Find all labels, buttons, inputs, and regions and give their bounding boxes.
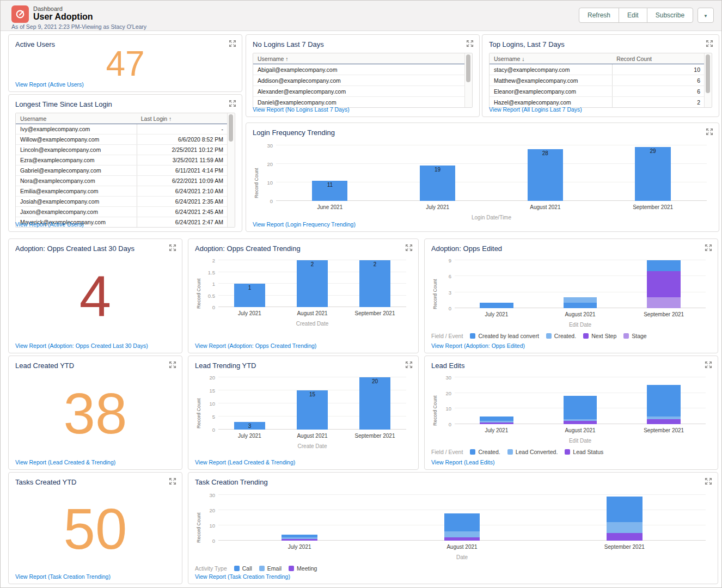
column-header-username[interactable]: Username [16, 115, 137, 122]
legend-item-meeting[interactable]: Meeting [289, 565, 317, 572]
legend-item-call[interactable]: Call [234, 565, 252, 572]
column-header-username[interactable]: Username ↑ [253, 56, 465, 62]
view-report-link[interactable]: View Report (Lead Edits) [431, 459, 495, 465]
bar-july-2021[interactable]: 1 [234, 284, 266, 307]
bar-segment-call[interactable] [607, 497, 643, 523]
legend-item-created[interactable]: Created. [546, 333, 576, 339]
legend-item-email[interactable]: Email [259, 565, 282, 572]
table-row[interactable]: Willow@examplecompany.com6/6/2020 8:52 P… [16, 134, 228, 145]
table-row[interactable]: Ezra@examplecompany.com3/25/2021 11:59 A… [16, 155, 228, 166]
table-row[interactable]: Alexander@examplecompany.com [253, 86, 465, 97]
expand-icon[interactable] [405, 244, 413, 252]
bar-september-2021[interactable] [607, 497, 643, 541]
bar-august-2021[interactable] [564, 396, 597, 424]
bar-august-2021[interactable]: 15 [297, 390, 328, 430]
expand-icon[interactable] [169, 477, 176, 485]
bar-segment-next-step[interactable] [647, 271, 680, 298]
table-row[interactable]: Nora@examplecompany.com6/22/2021 10:09 A… [16, 176, 228, 186]
scrollbar[interactable] [704, 53, 712, 107]
expand-icon[interactable] [405, 361, 413, 369]
bar-segment-created[interactable] [480, 416, 513, 421]
legend-item-created[interactable]: Created. [470, 449, 500, 455]
more-actions-button[interactable]: ▼ [697, 8, 714, 23]
expand-icon[interactable] [705, 477, 712, 485]
bar-september-2021[interactable] [647, 385, 680, 424]
bar-august-2021[interactable] [444, 513, 480, 541]
view-report-link[interactable]: View Report (No Logins Lasst 7 Days) [253, 106, 350, 113]
bar-segment-lead-status[interactable] [480, 422, 513, 424]
expand-icon[interactable] [706, 40, 713, 47]
table-row[interactable]: Matthew@examplecompany.com6 [490, 75, 705, 86]
legend-item-lead-converted[interactable]: Lead Converted. [507, 449, 558, 455]
table-row[interactable]: Addison@examplecompany.com [253, 75, 465, 86]
bar-segment-meeting[interactable] [444, 537, 480, 541]
expand-icon[interactable] [229, 40, 236, 47]
legend-item-stage[interactable]: Stage [623, 333, 646, 339]
scrollbar-thumb[interactable] [706, 54, 710, 93]
edit-button[interactable]: Edit [619, 8, 647, 23]
view-report-link[interactable]: View Report (Login Frequency Trending) [253, 221, 356, 228]
column-header-username[interactable]: Username ↓ [490, 56, 612, 62]
bar-september-2021[interactable]: 20 [359, 377, 391, 430]
expand-icon[interactable] [169, 244, 176, 252]
legend-item-next-step[interactable]: Next Step [583, 333, 616, 339]
bar-segment-lead-status[interactable] [647, 419, 680, 424]
bar-segment-meeting[interactable] [607, 533, 643, 541]
bar-july-2021[interactable]: 3 [234, 422, 266, 430]
scrollbar[interactable] [464, 53, 472, 107]
bar-segment-created-by-lead-convert[interactable] [480, 303, 513, 308]
expand-icon[interactable] [705, 361, 712, 369]
bar-segment-created-by-lead-convert[interactable] [564, 303, 597, 308]
bar-segment-email[interactable] [607, 522, 643, 533]
bar-september-2021[interactable]: 29 [635, 147, 670, 201]
bar-july-2021[interactable] [480, 416, 513, 424]
expand-icon[interactable] [706, 128, 713, 136]
scrollbar-thumb[interactable] [466, 54, 470, 82]
scrollbar-thumb[interactable] [229, 114, 233, 142]
bar-august-2021[interactable]: 28 [528, 149, 563, 201]
expand-icon[interactable] [466, 40, 474, 47]
table-row[interactable]: Lincoln@examplecompany.com2/25/2021 10:1… [16, 145, 228, 155]
bar-september-2021[interactable] [647, 260, 680, 308]
bar-segment-stage[interactable] [647, 297, 680, 308]
scrollbar[interactable] [227, 113, 235, 227]
view-report-link[interactable]: View Report (Lead Created & Trending) [15, 459, 115, 465]
view-report-link[interactable]: View Report (All Logins Last 7 Days) [489, 106, 582, 113]
expand-icon[interactable] [229, 100, 236, 107]
bar-july-2021[interactable] [282, 535, 317, 541]
view-report-link[interactable]: View Report (Active Users) [15, 81, 84, 88]
bar-segment-created-by-lead-convert[interactable] [647, 260, 680, 271]
bar-segment-created[interactable] [564, 396, 597, 419]
legend-item-lead-status[interactable]: Lead Status [565, 449, 603, 455]
refresh-button[interactable]: Refresh [579, 8, 619, 23]
view-report-link[interactable]: View Report (Adoption: Opps Created Last… [15, 342, 148, 349]
legend-item-created-by-lead-convert[interactable]: Created by lead convert [470, 333, 539, 339]
bar-segment-created[interactable] [647, 385, 680, 416]
bar-segment-meeting[interactable] [282, 539, 317, 541]
bar-segment-email[interactable] [444, 531, 480, 537]
view-report-link[interactable]: View Report (Task Creation Trending) [15, 573, 111, 580]
view-report-link[interactable]: View Report (Task Creation Trending) [195, 573, 290, 580]
bar-segment-lead-status[interactable] [564, 421, 597, 424]
bar-segment-created[interactable] [564, 297, 597, 303]
bar-august-2021[interactable]: 2 [297, 260, 328, 307]
view-report-link[interactable]: View Report (Active Users) [15, 221, 84, 228]
bar-september-2021[interactable]: 2 [359, 260, 391, 307]
table-row[interactable]: Abigail@examplecompany.com [253, 64, 465, 75]
bar-june-2021[interactable]: 11 [312, 181, 347, 201]
expand-icon[interactable] [705, 244, 712, 252]
table-row[interactable]: Jaxon@examplecompany.com6/24/2021 2:45 A… [16, 207, 228, 217]
table-row[interactable]: Emilia@examplecompany.com6/24/2021 2:10 … [16, 186, 228, 197]
view-report-link[interactable]: View Report (Adoption: Opps Created Tren… [195, 342, 316, 349]
column-header-record-count[interactable]: Record Count [612, 56, 705, 62]
bar-july-2021[interactable]: 19 [420, 166, 455, 201]
expand-icon[interactable] [169, 361, 176, 369]
subscribe-button[interactable]: Subscribe [647, 8, 693, 23]
table-row[interactable]: Josiah@examplecompany.com6/24/2021 2:35 … [16, 197, 228, 207]
bar-july-2021[interactable] [480, 303, 513, 308]
view-report-link[interactable]: View Report (Lead Created & Trending) [195, 459, 295, 465]
table-row[interactable]: Eleanor@examplecompany.com6 [490, 86, 705, 97]
bar-segment-call[interactable] [444, 513, 480, 532]
column-header-last-login[interactable]: Last Login ↑ [137, 115, 228, 122]
bar-august-2021[interactable] [564, 297, 597, 308]
